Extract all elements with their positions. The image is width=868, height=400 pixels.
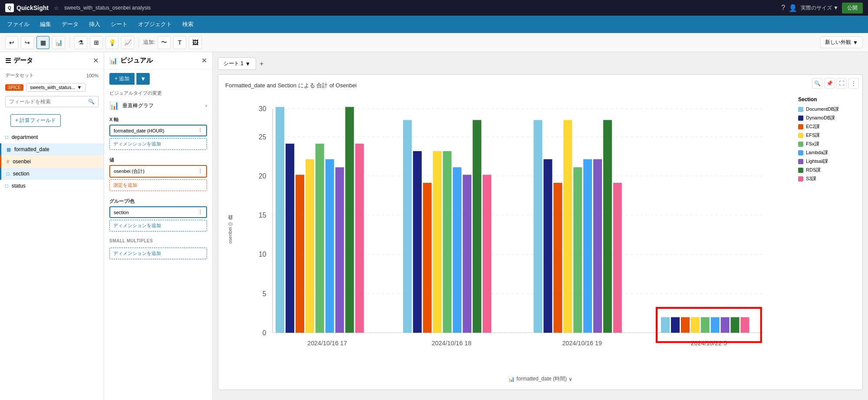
- user-icon[interactable]: 👤: [789, 4, 797, 12]
- field-icon-osenbei: #: [7, 159, 9, 164]
- menu-data[interactable]: データ: [62, 20, 79, 28]
- bulb-icon: 💡: [108, 39, 116, 46]
- new-look-button[interactable]: 新しい外観 ▼: [820, 36, 863, 48]
- legend-label-fsx: FSx課: [806, 141, 819, 147]
- add-dropdown-button[interactable]: ▼: [136, 73, 149, 85]
- legend-color-dynamodb: [798, 116, 803, 121]
- analysis-title: sweets_with_status_osenbei analysis: [64, 5, 151, 11]
- field-label-status: status: [12, 183, 26, 189]
- visual-panel-icon: 📊: [109, 57, 118, 65]
- svg-rect-51: [711, 317, 720, 333]
- bar-chart-svg: 0 5 10 15 20 25 30: [235, 93, 795, 374]
- svg-rect-31: [453, 167, 461, 333]
- legend-item-ec2: EC2課: [798, 123, 852, 130]
- svg-rect-21: [326, 159, 334, 333]
- menu-file[interactable]: ファイル: [7, 20, 30, 28]
- svg-rect-23: [345, 107, 354, 333]
- add-text-button[interactable]: T: [173, 36, 186, 49]
- legend-label-s3: S3課: [806, 175, 816, 182]
- x-axis-section: X 軸 formatted_date (HOUR) ⋮ ディメンションを追加: [104, 113, 212, 153]
- sheet-tab-add[interactable]: +: [260, 60, 263, 68]
- svg-rect-52: [721, 317, 730, 333]
- menu-object[interactable]: オブジェクト: [138, 20, 172, 28]
- sheet-tab-1[interactable]: シート 1 ▼: [218, 57, 256, 70]
- chart-pin-button[interactable]: 📌: [824, 78, 835, 89]
- menu-edit[interactable]: 編集: [40, 20, 51, 28]
- value-section: 値 osenbei (合計) ⋮ 測定を追加: [104, 153, 212, 195]
- visual-panel-header: 📊 ビジュアル ✕: [104, 52, 212, 69]
- add-primary-button[interactable]: + 追加: [109, 73, 135, 85]
- field-search-input[interactable]: [9, 99, 88, 105]
- svg-rect-16: [276, 107, 284, 333]
- star-icon: ☆: [54, 5, 59, 11]
- svg-text:25: 25: [259, 133, 266, 141]
- chart-zoom-button[interactable]: 🔍: [812, 78, 822, 89]
- x-axis-field[interactable]: formatted_date (HOUR) ⋮: [109, 125, 207, 136]
- redo-button[interactable]: ↪: [21, 36, 34, 49]
- chart-legend: Section DocumentDB課 DynamoDB課 EC2課: [795, 93, 855, 374]
- bar-chart-button[interactable]: 📊: [52, 36, 65, 49]
- svg-text:2024/10/16 18: 2024/10/16 18: [432, 340, 472, 347]
- publish-button[interactable]: 公開: [842, 3, 863, 13]
- chart-container: 🔍 📌 ⛶ ⋮ Formatted_date and Section による 合…: [218, 74, 863, 390]
- redo-icon: ↪: [25, 39, 30, 46]
- calc-field-button[interactable]: + 計算フィールド: [10, 114, 61, 127]
- field-item-formatted-date[interactable]: ▦ formatted_date: [0, 143, 104, 155]
- field-icon-formatted-date: ▦: [7, 147, 11, 152]
- legend-label-rds: RDS課: [806, 167, 821, 173]
- toolbar: ↩ ↪ ▦ 📊 ⚗ ⊞ 💡 📈 追加: 〜 T 🖼 新しい外観 ▼: [0, 33, 868, 52]
- field-item-osenbei[interactable]: # osenbei: [0, 155, 104, 168]
- x-axis-label: X 軸: [109, 116, 207, 123]
- field-item-section[interactable]: □ section: [0, 168, 104, 180]
- data-panel-close[interactable]: ✕: [93, 56, 99, 65]
- group-add-dim[interactable]: ディメンションを追加: [109, 220, 207, 231]
- visual-panel-close[interactable]: ✕: [201, 56, 207, 65]
- logo-icon: Q: [5, 3, 14, 12]
- value-add-measure[interactable]: 測定を追加: [109, 179, 207, 191]
- legend-label-dynamodb: DynamoDB課: [806, 115, 835, 121]
- visual-type-row[interactable]: 📊 垂直棒グラフ ›: [104, 98, 212, 113]
- value-field[interactable]: osenbei (合計) ⋮: [109, 165, 207, 178]
- chart-button[interactable]: 📈: [121, 36, 134, 49]
- svg-rect-27: [413, 151, 422, 333]
- svg-rect-17: [286, 144, 294, 333]
- add-image-button[interactable]: 🖼: [189, 36, 202, 49]
- group-menu-icon[interactable]: ⋮: [198, 209, 203, 215]
- dataset-percentage: 100%: [86, 73, 99, 78]
- legend-item-rds: RDS課: [798, 167, 852, 173]
- legend-color-lightsail: [798, 159, 803, 164]
- svg-rect-44: [613, 183, 622, 333]
- svg-rect-28: [423, 183, 432, 333]
- field-item-status[interactable]: □ status: [0, 180, 104, 192]
- dataset-selector[interactable]: sweets_with_status... ▼: [26, 83, 85, 92]
- split-button[interactable]: ⊞: [90, 36, 103, 49]
- add-primary-label: + 追加: [115, 75, 129, 83]
- help-icon[interactable]: ?: [781, 4, 785, 12]
- menu-insert[interactable]: 挿入: [89, 20, 100, 28]
- undo-icon: ↩: [9, 39, 14, 46]
- small-multiples-add-dim[interactable]: ディメンションを追加: [109, 248, 207, 259]
- chart-expand-button[interactable]: ⛶: [836, 78, 847, 89]
- value-menu-icon[interactable]: ⋮: [198, 169, 203, 174]
- group-field[interactable]: section ⋮: [109, 206, 207, 218]
- legend-color-lambda: [798, 150, 803, 155]
- small-multiples-label: SMALL MULTIPLES: [104, 235, 212, 244]
- legend-label-lightsail: Lightsail課: [806, 158, 828, 165]
- x-axis-dropdown[interactable]: ∨: [569, 376, 572, 382]
- chart-title: Formatted_date and Section による 合計 of Ose…: [225, 82, 855, 89]
- new-look-dropdown-icon: ▼: [853, 40, 858, 46]
- add-line-button[interactable]: 〜: [158, 36, 171, 49]
- table-view-button[interactable]: ▦: [36, 36, 49, 49]
- undo-button[interactable]: ↩: [5, 36, 18, 49]
- x-axis-menu-icon[interactable]: ⋮: [198, 128, 203, 133]
- x-axis-add-dim[interactable]: ディメンションを追加: [109, 138, 207, 150]
- menu-search[interactable]: 検索: [182, 20, 194, 28]
- chart-menu-button[interactable]: ⋮: [848, 78, 859, 89]
- menu-sheet[interactable]: シート: [111, 20, 128, 28]
- size-selector[interactable]: 実際のサイズ ▼: [801, 4, 838, 12]
- field-item-department[interactable]: □ department: [0, 131, 104, 143]
- field-search[interactable]: 🔍: [5, 96, 99, 107]
- insight-button[interactable]: 💡: [105, 36, 118, 49]
- filter-button[interactable]: ⚗: [74, 36, 87, 49]
- svg-rect-54: [740, 317, 749, 333]
